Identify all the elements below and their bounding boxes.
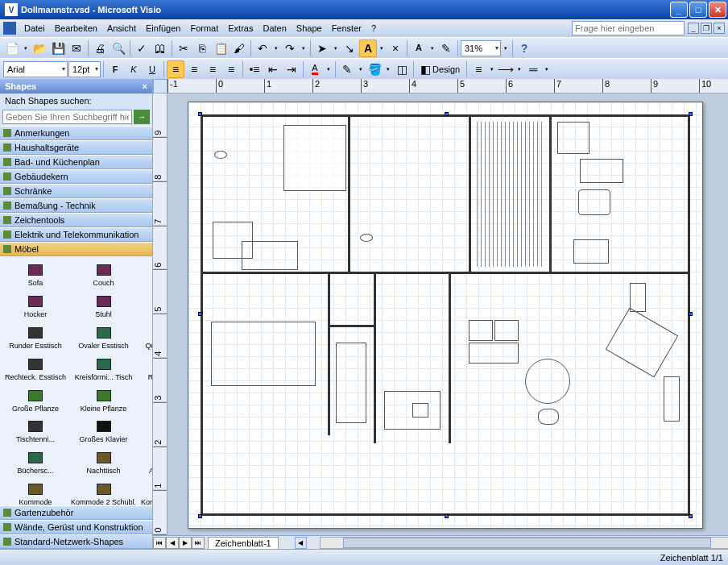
undo-dropdown[interactable]: ▾ xyxy=(272,39,280,57)
fill-color-button[interactable]: 🪣 xyxy=(366,60,383,78)
menu-einfügen[interactable]: Einfügen xyxy=(141,21,185,35)
shapes-search-go-button[interactable]: → xyxy=(134,110,150,124)
stencil-item[interactable]: Gebäudekern xyxy=(0,169,152,184)
shape-item[interactable]: Runder Esstisch xyxy=(3,322,68,352)
format-painter-button[interactable]: 🖌 xyxy=(230,39,248,57)
menu-fenster[interactable]: Fenster xyxy=(327,21,366,35)
italic-button[interactable]: K xyxy=(125,60,143,78)
stencil-item[interactable]: Bemaßung - Technik xyxy=(0,198,152,213)
font-name-combo[interactable]: Arial xyxy=(3,61,68,77)
save-button[interactable]: 💾 xyxy=(49,39,67,57)
line-pattern-button[interactable]: ≡ xyxy=(469,60,487,78)
shape-item[interactable]: Kommode 3 Schubl. xyxy=(139,479,152,505)
increase-indent-button[interactable]: ⇥ xyxy=(283,60,300,78)
font-color-dropdown[interactable]: ▾ xyxy=(325,60,333,78)
shape-item[interactable]: Hocker xyxy=(3,291,68,321)
connection-point-button[interactable]: × xyxy=(387,39,404,57)
shape-item[interactable]: Rechteck. Esstisch xyxy=(3,354,68,384)
text-label-dropdown[interactable]: ▾ xyxy=(428,39,436,57)
shape-item[interactable]: Große Pflanze xyxy=(3,385,68,415)
stencil-item[interactable]: Anmerkungen xyxy=(0,126,152,140)
shape-item[interactable]: Stuhl xyxy=(69,291,138,321)
font-color-button[interactable]: A xyxy=(306,60,324,78)
new-button[interactable]: 📄 xyxy=(3,39,21,57)
tab-first-button[interactable]: ⏮ xyxy=(153,537,166,549)
line-ends-dropdown[interactable]: ▾ xyxy=(515,60,523,78)
align-left-button[interactable]: ≡ xyxy=(167,60,184,78)
cut-button[interactable]: ✂ xyxy=(175,39,192,57)
drawing-page[interactable] xyxy=(188,102,703,529)
shadow-button[interactable]: ◫ xyxy=(393,60,411,78)
shapes-panel-close-icon[interactable]: × xyxy=(143,81,147,91)
undo-button[interactable]: ↶ xyxy=(254,39,271,57)
stencil-item[interactable]: Bad- und Küchenplan xyxy=(0,155,152,169)
line-color-dropdown[interactable]: ▾ xyxy=(357,60,365,78)
drawing-canvas[interactable] xyxy=(168,93,728,535)
redo-dropdown[interactable]: ▾ xyxy=(300,39,308,57)
shape-item[interactable]: Kommode 2 Schubl. xyxy=(69,479,138,505)
page-tab[interactable]: Zeichenblatt-1 xyxy=(208,537,279,549)
menu-ansicht[interactable]: Ansicht xyxy=(102,21,141,35)
shape-item[interactable]: Ruhesessel xyxy=(139,291,152,321)
shape-item[interactable]: Ovaler Esstisch xyxy=(69,322,138,352)
bullets-button[interactable]: •≡ xyxy=(246,60,263,78)
mdi-minimize-button[interactable]: _ xyxy=(688,23,699,34)
research-button[interactable]: 🕮 xyxy=(151,39,169,57)
floor-plan[interactable] xyxy=(201,114,690,516)
open-button[interactable]: 📂 xyxy=(31,39,48,57)
minimize-button[interactable]: _ xyxy=(670,2,688,18)
decrease-indent-button[interactable]: ⇤ xyxy=(264,60,282,78)
tab-next-button[interactable]: ▶ xyxy=(179,537,192,549)
text-tool-button[interactable]: A xyxy=(359,39,377,57)
mail-button[interactable]: ✉ xyxy=(68,39,85,57)
line-weight-button[interactable]: ═ xyxy=(524,60,542,78)
shape-item[interactable]: Nachttisch xyxy=(69,447,138,477)
shape-item[interactable]: Anpassb... Bett xyxy=(139,447,152,477)
stencil-item[interactable]: Standard-Netzwerk-Shapes xyxy=(0,534,152,549)
new-dropdown[interactable]: ▾ xyxy=(22,39,30,57)
mdi-restore-button[interactable]: ❐ xyxy=(701,23,712,34)
font-size-combo[interactable]: 12pt xyxy=(68,61,101,77)
shape-item[interactable]: Rechteck. Tisch xyxy=(139,354,152,384)
maximize-button[interactable]: □ xyxy=(689,2,707,18)
menu-shape[interactable]: Shape xyxy=(292,21,327,35)
copy-button[interactable]: ⎘ xyxy=(193,39,211,57)
line-color-button[interactable]: ✎ xyxy=(338,60,356,78)
line-weight-dropdown[interactable]: ▾ xyxy=(543,60,551,78)
stencil-item[interactable]: Gartenzubehör xyxy=(0,505,152,520)
menu-extras[interactable]: Extras xyxy=(223,21,258,35)
close-button[interactable]: ✕ xyxy=(709,2,726,18)
shape-item[interactable]: Wohnzimm... xyxy=(139,260,152,289)
shape-item[interactable]: Großes Klavier xyxy=(69,416,138,446)
underline-button[interactable]: U xyxy=(143,60,161,78)
line-pattern-dropdown[interactable]: ▾ xyxy=(488,60,496,78)
stencil-item[interactable]: Zeichentools xyxy=(0,213,152,227)
hscroll-left-button[interactable]: ◀ xyxy=(295,537,307,549)
redo-button[interactable]: ↷ xyxy=(281,39,299,57)
zoom-combo[interactable]: 31% xyxy=(461,40,501,56)
stencil-moebel[interactable]: Möbel xyxy=(0,242,152,256)
menu-format[interactable]: Format xyxy=(185,21,223,35)
menu-datei[interactable]: Datei xyxy=(19,21,50,35)
pointer-dropdown[interactable]: ▾ xyxy=(332,39,340,57)
shape-item[interactable]: Zimmerpfl... xyxy=(139,385,152,415)
line-ends-button[interactable]: ⟶ xyxy=(497,60,515,78)
spelling-button[interactable]: ✓ xyxy=(133,39,151,57)
shape-item[interactable]: Kleine Pflanze xyxy=(69,385,138,415)
tab-prev-button[interactable]: ◀ xyxy=(166,537,179,549)
text-dropdown[interactable]: ▾ xyxy=(378,39,386,57)
shape-item[interactable]: Kreisförmi... Tisch xyxy=(69,354,138,384)
align-justify-button[interactable]: ≡ xyxy=(222,60,240,78)
help-search-input[interactable] xyxy=(572,21,685,35)
shape-item[interactable]: Spinettkl... xyxy=(139,416,152,446)
mdi-close-button[interactable]: × xyxy=(714,23,725,34)
horizontal-ruler[interactable]: -101234567891011 xyxy=(168,79,728,93)
print-button[interactable]: 🖨 xyxy=(91,39,109,57)
shape-item[interactable]: Kommode xyxy=(3,479,68,505)
vertical-ruler[interactable]: 9876543210 xyxy=(153,93,168,535)
paste-button[interactable]: 📋 xyxy=(212,39,230,57)
design-button[interactable]: ◧Design xyxy=(416,60,464,78)
shape-item[interactable]: Sofa xyxy=(3,260,68,289)
stencil-item[interactable]: Elektrik und Telekommunikation xyxy=(0,227,152,242)
shape-item[interactable]: Couch xyxy=(69,260,138,289)
